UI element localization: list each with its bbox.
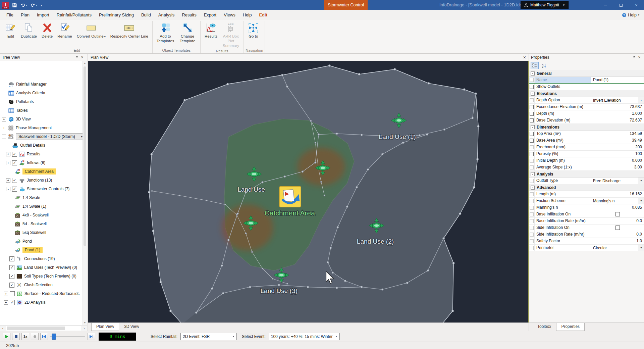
prop-value[interactable]: 0.000: [591, 157, 644, 164]
tree-item-3d-view[interactable]: +3D3D View: [0, 115, 87, 123]
expand-icon[interactable]: +: [6, 178, 10, 183]
tree-item-stormwater-controls-7[interactable]: -Stormwater Controls (7): [0, 185, 87, 193]
tree-item-outfall-details[interactable]: Outfall Details: [0, 141, 87, 150]
tree-item-rainfall-manager[interactable]: Rainfall Manager: [0, 80, 87, 89]
prop-row-initial-depth-m[interactable]: Initial Depth (m)0.000: [529, 157, 644, 164]
prop-section-dimensions[interactable]: -Dimensions: [529, 124, 644, 131]
prop-row-base-area-m[interactable]: Base Area (m²)39.49: [529, 137, 644, 144]
prop-row-name[interactable]: NamePond (1): [529, 77, 644, 84]
visibility-checkbox[interactable]: [9, 265, 14, 270]
prop-value[interactable]: 1.000: [591, 110, 644, 117]
visibility-checkbox[interactable]: [12, 178, 17, 183]
tree-item-catchment-area[interactable]: Catchment Area: [0, 167, 87, 176]
customize-toolbar-button[interactable]: ▾: [40, 3, 42, 7]
pin-icon[interactable]: [74, 55, 79, 60]
flag-checkbox[interactable]: [530, 233, 534, 237]
prop-row-outfall-type[interactable]: Outfall TypeFree Discharge▾: [529, 178, 644, 184]
collapse-icon[interactable]: -: [2, 135, 6, 139]
skip-to-start-button[interactable]: [40, 333, 48, 340]
menu-item-build[interactable]: Build: [138, 10, 155, 19]
menu-item-analysis[interactable]: Analysis: [155, 10, 178, 19]
tree-item-5d-soakwell[interactable]: 5d - Soakwell: [0, 219, 87, 228]
duplicate-button[interactable]: Duplicate: [18, 21, 39, 40]
edit-button[interactable]: Edit: [3, 21, 18, 40]
flag-checkbox[interactable]: [530, 179, 534, 183]
flag-checkbox[interactable]: [530, 246, 534, 250]
close-icon[interactable]: ×: [79, 55, 85, 60]
pin-icon[interactable]: [631, 55, 637, 60]
tree-item-4x8-soakwell[interactable]: 4x8 - Soakwell: [0, 211, 87, 219]
rainfall-select[interactable]: 2D Event: FSR ▾: [180, 333, 237, 340]
prop-row-freeboard-mm[interactable]: Freeboard (mm)200: [529, 144, 644, 151]
save-button[interactable]: [12, 3, 17, 8]
prop-value[interactable]: 0.0: [591, 218, 644, 224]
event-select[interactable]: 100 years: +40 %: 15 mins: Winter ▾: [269, 333, 340, 340]
timeline-slider[interactable]: [50, 333, 86, 340]
scroll-right-icon[interactable]: ›: [81, 326, 87, 330]
tree-item-surface-reduced-surface-idc[interactable]: +Surface - Reduced-Surface.idc: [0, 289, 87, 298]
view-tab-plan-view[interactable]: Plan View: [91, 323, 119, 331]
visibility-checkbox[interactable]: [12, 160, 17, 165]
delete-button[interactable]: Delete: [39, 21, 55, 40]
minimize-button[interactable]: [598, 0, 613, 10]
tree-item-1-4-swale-1[interactable]: 1:4 Swale (1): [0, 202, 87, 211]
tree-item-pond-1[interactable]: Pond (1): [0, 246, 87, 254]
prop-row-perimeter[interactable]: PerimeterCircular▾: [529, 245, 644, 251]
tree-item-1-4-swale[interactable]: 1:4 Swale: [0, 193, 87, 202]
flag-checkbox[interactable]: [530, 219, 534, 223]
scroll-up-icon[interactable]: ▲: [83, 61, 87, 66]
flag-checkbox[interactable]: [530, 85, 534, 89]
visibility-checkbox[interactable]: [12, 187, 17, 192]
prop-row-depth-option[interactable]: Depth OptionInvert Elevation▾: [529, 97, 644, 104]
stop-button[interactable]: [12, 333, 20, 340]
visibility-checkbox[interactable]: [10, 291, 15, 296]
respecify-center-line-button[interactable]: Respecify Center Line: [108, 21, 151, 40]
collapse-icon[interactable]: -: [531, 92, 535, 96]
prop-row-length-m[interactable]: Length (m)16.162: [529, 191, 644, 198]
collapse-icon[interactable]: -: [531, 186, 535, 190]
prop-row-side-infiltration-on[interactable]: Side Infiltration On: [529, 225, 644, 231]
menu-item-plan[interactable]: Plan: [17, 10, 33, 19]
prop-section-analysis[interactable]: -Analysis: [529, 171, 644, 178]
tree-item-junctions-13[interactable]: +Junctions (13): [0, 176, 87, 185]
chevron-down-icon[interactable]: ▾: [638, 97, 644, 103]
flag-checkbox[interactable]: [530, 212, 534, 216]
app-icon[interactable]: IDRN: [2, 2, 9, 9]
redo-button[interactable]: ▾: [30, 2, 37, 8]
flag-checkbox[interactable]: [530, 165, 534, 169]
flag-checkbox[interactable]: [530, 118, 534, 122]
prop-row-show-outlets[interactable]: Show Outlets: [529, 84, 644, 90]
visibility-checkbox[interactable]: [9, 274, 14, 279]
value-checkbox[interactable]: [615, 212, 620, 216]
flag-checkbox[interactable]: [530, 159, 534, 163]
tree-vertical-scrollbar[interactable]: ▲ ▼: [83, 61, 87, 325]
context-tab-stormwater-control[interactable]: Stormwater Control: [324, 0, 368, 10]
tree-item-connections-19[interactable]: Connections (19): [0, 254, 87, 263]
flag-checkbox[interactable]: [530, 98, 534, 102]
plan-canvas[interactable]: Land Use (1)Land UseCatchment AreaLand U…: [88, 61, 529, 322]
skip-to-end-button[interactable]: [88, 333, 95, 340]
tree-item-analysis-criteria[interactable]: Analysis Criteria: [0, 89, 87, 97]
categorized-view-button[interactable]: [531, 62, 539, 69]
prop-value[interactable]: 200: [591, 144, 644, 150]
prop-row-side-infiltration-rate-m-hr[interactable]: Side Infiltration Rate (m/hr)0.0: [529, 231, 644, 238]
help-menu[interactable]: ? Help ▾: [622, 13, 644, 17]
flag-checkbox[interactable]: [530, 78, 534, 82]
tree-item-inflows-6[interactable]: +Inflows (6): [0, 158, 87, 167]
view-tab-3d-view[interactable]: 3D View: [119, 323, 144, 331]
prop-row-friction-scheme[interactable]: Friction SchemeManning's n▾: [529, 198, 644, 204]
tree-item-clash-detection[interactable]: Clash Detection: [0, 281, 87, 289]
flag-checkbox[interactable]: [530, 206, 534, 210]
expand-icon[interactable]: +: [4, 292, 8, 296]
prop-row-average-slope-1-x[interactable]: Average Slope (1:x)3.00: [529, 164, 644, 171]
menu-item-import[interactable]: Import: [33, 10, 53, 19]
scroll-left-icon[interactable]: ‹: [0, 326, 6, 330]
close-button[interactable]: ×: [629, 0, 644, 10]
prop-section-general[interactable]: -General: [529, 70, 644, 77]
rename-button[interactable]: Rename: [55, 21, 74, 40]
chevron-down-icon[interactable]: ▾: [638, 245, 644, 251]
menu-item-edit[interactable]: Edit: [255, 10, 271, 19]
expand-icon[interactable]: +: [2, 126, 6, 130]
scrollbar-thumb[interactable]: [84, 66, 86, 246]
scroll-down-icon[interactable]: ▼: [83, 320, 87, 325]
